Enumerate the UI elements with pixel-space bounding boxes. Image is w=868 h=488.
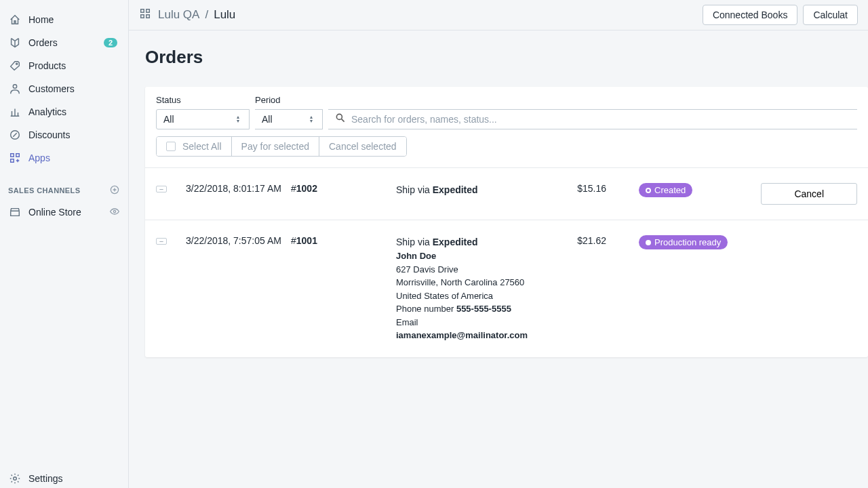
analytics-icon xyxy=(8,105,22,119)
svg-point-13 xyxy=(336,114,342,119)
nav-label: Discounts xyxy=(28,129,70,140)
order-row: − 3/22/2018, 8:01:17 AM #1002 Ship via E… xyxy=(145,167,868,220)
connected-books-button[interactable]: Connected Books xyxy=(703,5,798,25)
svg-rect-9 xyxy=(141,9,144,12)
cancel-selected-button[interactable]: Cancel selected xyxy=(319,137,406,156)
select-all-button[interactable]: Select All xyxy=(157,137,232,156)
breadcrumb: Lulu QA / Lulu xyxy=(139,7,235,23)
breadcrumb-current: Lulu xyxy=(214,8,235,22)
svg-point-0 xyxy=(16,63,18,64)
nav-label: Home xyxy=(28,14,54,25)
chevron-updown-icon: ▴▾ xyxy=(237,115,243,124)
breadcrumb-parent[interactable]: Lulu QA xyxy=(158,8,199,22)
svg-rect-5 xyxy=(11,159,14,163)
collapse-toggle[interactable]: − xyxy=(156,238,167,245)
search-field[interactable] xyxy=(328,109,857,129)
status-filter-label: Status xyxy=(156,95,250,105)
add-channel-icon[interactable] xyxy=(109,184,120,197)
app-grid-icon[interactable] xyxy=(139,7,151,23)
addr-country: United States of America xyxy=(396,291,493,301)
orders-badge: 2 xyxy=(104,38,117,47)
nav-settings[interactable]: Settings xyxy=(0,465,128,488)
svg-point-8 xyxy=(14,477,17,481)
order-number[interactable]: #1001 xyxy=(291,235,396,246)
customer-email: iamanexample@mailinator.com xyxy=(396,330,528,340)
order-date: 3/22/2018, 7:57:05 AM xyxy=(186,235,291,246)
gear-icon xyxy=(8,472,22,485)
order-date: 3/22/2018, 8:01:17 AM xyxy=(186,183,291,194)
status-dot-icon xyxy=(646,188,651,193)
bulk-actions: Select All Pay for selected Cancel selec… xyxy=(156,136,407,157)
nav-label: Customers xyxy=(28,83,75,94)
pay-selected-button[interactable]: Pay for selected xyxy=(232,137,319,156)
checkbox-icon xyxy=(166,142,176,151)
customer-name: John Doe xyxy=(396,251,436,261)
nav-orders[interactable]: Orders 2 xyxy=(0,31,128,54)
store-icon xyxy=(8,205,22,219)
order-price: $21.62 xyxy=(552,235,606,246)
settings-label: Settings xyxy=(28,473,63,484)
calculator-button[interactable]: Calculat xyxy=(803,5,858,25)
main: Lulu QA / Lulu Connected Books Calculat … xyxy=(129,0,868,488)
customer-phone: 555-555-5555 xyxy=(456,304,511,314)
nav-label: Orders xyxy=(28,37,58,48)
nav-label: Analytics xyxy=(28,106,66,117)
nav-label: Products xyxy=(28,60,66,71)
order-shipping: Ship via Expedited xyxy=(396,183,552,197)
products-icon xyxy=(8,59,22,73)
sales-channels-header: SALES CHANNELS xyxy=(0,169,128,201)
svg-rect-10 xyxy=(146,9,150,12)
page-title: Orders xyxy=(145,47,868,68)
svg-rect-11 xyxy=(141,14,144,18)
nav-label: Apps xyxy=(28,152,50,163)
status-dot-icon xyxy=(646,240,651,245)
topbar: Lulu QA / Lulu Connected Books Calculat xyxy=(129,0,868,30)
addr-line2: Morrisville, North Carolina 27560 xyxy=(396,277,524,287)
search-icon xyxy=(335,113,346,126)
cancel-order-button[interactable]: Cancel xyxy=(761,183,857,205)
nav-products[interactable]: Products xyxy=(0,54,128,77)
sidebar: Home Orders 2 Products Customers Analyti… xyxy=(0,0,129,488)
search-input[interactable] xyxy=(351,114,850,125)
home-icon xyxy=(8,13,22,26)
addr-line1: 627 Davis Drive xyxy=(396,264,458,274)
nav-apps[interactable]: Apps xyxy=(0,146,128,169)
period-filter-label: Period xyxy=(255,95,323,105)
order-number[interactable]: #1002 xyxy=(291,183,396,194)
svg-rect-3 xyxy=(11,154,14,157)
chevron-updown-icon: ▴▾ xyxy=(310,115,317,124)
period-select[interactable]: All ▴▾ xyxy=(255,109,323,129)
status-badge: Production ready xyxy=(639,235,728,249)
status-select[interactable]: All ▴▾ xyxy=(156,109,250,129)
orders-icon xyxy=(8,36,22,49)
order-shipping: Ship via Expedited John Doe 627 Davis Dr… xyxy=(396,235,552,342)
store-label: Online Store xyxy=(28,207,81,218)
orders-card: Status All ▴▾ Period All ▴▾ xyxy=(145,87,868,357)
nav-home[interactable]: Home xyxy=(0,8,128,31)
nav-analytics[interactable]: Analytics xyxy=(0,100,128,123)
svg-rect-12 xyxy=(146,14,150,18)
discounts-icon xyxy=(8,128,22,142)
view-store-icon[interactable] xyxy=(109,206,120,219)
apps-icon xyxy=(8,151,22,165)
nav-discounts[interactable]: Discounts xyxy=(0,123,128,146)
svg-point-7 xyxy=(113,210,115,212)
order-price: $15.16 xyxy=(552,183,606,194)
svg-rect-4 xyxy=(16,154,20,157)
nav-customers[interactable]: Customers xyxy=(0,77,128,100)
online-store[interactable]: Online Store xyxy=(0,201,128,224)
order-row: − 3/22/2018, 7:57:05 AM #1001 Ship via E… xyxy=(145,220,868,357)
customers-icon xyxy=(8,82,22,96)
collapse-toggle[interactable]: − xyxy=(156,186,167,192)
svg-point-1 xyxy=(13,85,16,88)
status-badge: Created xyxy=(639,183,692,197)
